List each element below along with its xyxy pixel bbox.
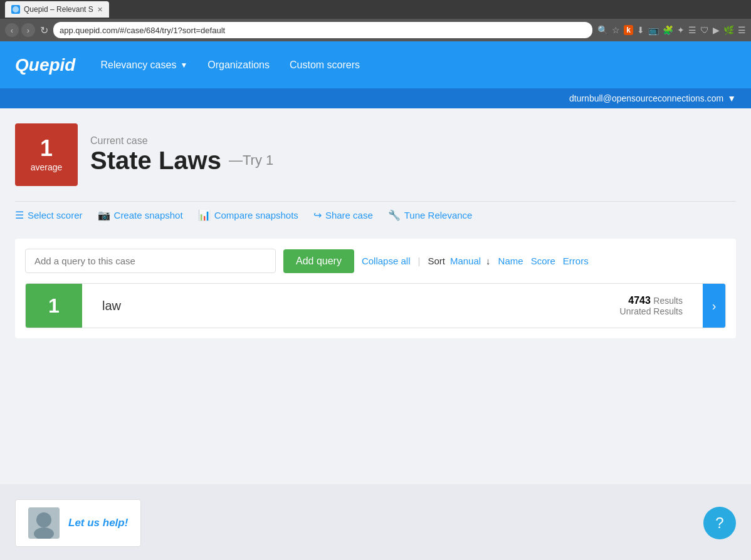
controls-separator: | xyxy=(418,256,420,266)
case-info: Current case State Laws —Try 1 xyxy=(90,135,273,175)
app-header: Quepid Relevancy cases ▼ Organizations C… xyxy=(0,41,751,88)
user-email[interactable]: dturnbull@opensourceconnections.com ▼ xyxy=(569,93,736,103)
case-header: 1 average Current case State Laws —Try 1 xyxy=(15,123,736,186)
chart-icon: 📊 xyxy=(198,209,211,221)
browser-address-bar: ‹ › ↻ 🔍 ☆ k ⬇ 📺 🧩 ✦ ☰ 🛡 ▶ 🌿 ☰ xyxy=(0,19,751,41)
extension-icon-puzzle[interactable]: 🧩 xyxy=(663,25,673,35)
create-snapshot-action[interactable]: 📷 Create snapshot xyxy=(98,209,183,221)
extension-icon-cast[interactable]: 📺 xyxy=(648,25,659,35)
results-label: Results xyxy=(653,296,683,306)
results-count: 4743 Results xyxy=(620,295,683,306)
action-bar: ☰ Select scorer 📷 Create snapshot 📊 Comp… xyxy=(15,201,736,229)
user-dropdown-arrow: ▼ xyxy=(727,93,736,103)
main-content: 1 average Current case State Laws —Try 1… xyxy=(0,108,751,484)
help-avatar xyxy=(28,507,60,539)
tab-title: Quepid – Relevant S xyxy=(24,5,93,14)
app-logo: Quepid xyxy=(15,55,75,75)
tab-close-button[interactable]: ✕ xyxy=(97,6,103,14)
add-query-input[interactable] xyxy=(25,249,276,273)
query-expand-button[interactable]: › xyxy=(703,284,725,328)
query-controls: Collapse all | Sort Manual ↓ Name Score … xyxy=(362,256,589,266)
menu-icon[interactable]: ☰ xyxy=(738,25,746,35)
sort-by-score[interactable]: Score xyxy=(531,256,555,266)
sort-by-name[interactable]: Name xyxy=(498,256,523,266)
sort-by-errors[interactable]: Errors xyxy=(563,256,589,266)
extension-icon-box[interactable]: ☰ xyxy=(688,25,696,35)
sort-manual[interactable]: Manual xyxy=(450,256,481,266)
tune-relevance-action[interactable]: 🔧 Tune Relevance xyxy=(388,209,473,221)
select-scorer-icon: ☰ xyxy=(15,209,24,221)
svg-point-2 xyxy=(36,512,51,527)
chat-bubble-button[interactable]: ? xyxy=(703,507,736,539)
extension-icon-leaf[interactable]: 🌿 xyxy=(723,25,734,35)
wrench-icon: 🔧 xyxy=(388,209,401,221)
share-case-action[interactable]: ↪ Share case xyxy=(313,209,373,221)
chat-icon: ? xyxy=(715,514,723,532)
query-score-number: 1 xyxy=(48,294,60,318)
sort-label: Sort xyxy=(428,256,445,266)
help-text: Let us help! xyxy=(68,517,128,529)
address-input[interactable] xyxy=(53,22,592,38)
extension-icon-k[interactable]: k xyxy=(624,25,633,35)
main-nav: Relevancy cases ▼ Organizations Custom s… xyxy=(100,60,360,71)
case-title: State Laws —Try 1 xyxy=(90,147,273,175)
sort-controls: Sort Manual ↓ xyxy=(428,256,490,266)
browser-tab[interactable]: Quepid – Relevant S ✕ xyxy=(5,1,109,18)
back-button[interactable]: ‹ xyxy=(5,23,19,37)
camera-icon: 📷 xyxy=(98,209,110,221)
current-case-label: Current case xyxy=(90,135,273,147)
case-score-number: 1 xyxy=(40,137,53,160)
extension-icon-star[interactable]: ✦ xyxy=(677,25,685,35)
share-icon: ↪ xyxy=(313,209,322,221)
query-score-badge: 1 xyxy=(26,284,82,328)
add-query-button[interactable]: Add query xyxy=(283,249,354,273)
case-try-label: —Try 1 xyxy=(229,152,273,169)
query-results: 4743 Results Unrated Results xyxy=(610,285,693,326)
unrated-label: Unrated Results xyxy=(620,306,683,316)
help-section: Let us help! ? xyxy=(0,484,751,560)
compare-snapshots-action[interactable]: 📊 Compare snapshots xyxy=(198,209,298,221)
nav-custom-scorers[interactable]: Custom scorers xyxy=(290,60,360,71)
case-score-label: average xyxy=(31,162,63,172)
collapse-all-button[interactable]: Collapse all xyxy=(362,256,411,266)
sort-direction-icon[interactable]: ↓ xyxy=(486,256,491,266)
browser-toolbar-icons: 🔍 ☆ k ⬇ 📺 🧩 ✦ ☰ 🛡 ▶ 🌿 ☰ xyxy=(597,25,746,35)
extension-icon-shield[interactable]: 🛡 xyxy=(700,25,709,35)
query-list: 1 law 4743 Results Unrated Results › xyxy=(25,283,726,328)
user-bar: dturnbull@opensourceconnections.com ▼ xyxy=(0,88,751,108)
query-row: 1 law 4743 Results Unrated Results › xyxy=(25,283,726,328)
select-scorer-action[interactable]: ☰ Select scorer xyxy=(15,209,83,221)
svg-point-0 xyxy=(13,6,19,13)
extension-icon-play[interactable]: ▶ xyxy=(713,25,720,35)
reload-button[interactable]: ↻ xyxy=(40,24,48,36)
forward-button[interactable]: › xyxy=(21,23,35,37)
browser-nav-arrows: ‹ › xyxy=(5,23,35,37)
tab-favicon xyxy=(11,5,20,14)
nav-organizations[interactable]: Organizations xyxy=(207,60,270,71)
search-icon: 🔍 xyxy=(597,25,608,35)
case-score-badge: 1 average xyxy=(15,123,78,186)
bookmark-icon[interactable]: ☆ xyxy=(612,25,620,35)
extension-icon-pocket[interactable]: ⬇ xyxy=(637,25,644,35)
help-widget[interactable]: Let us help! xyxy=(15,499,141,547)
query-section: Add query Collapse all | Sort Manual ↓ N… xyxy=(15,239,736,338)
relevancy-cases-dropdown-arrow: ▼ xyxy=(180,61,187,70)
browser-titlebar: Quepid – Relevant S ✕ xyxy=(0,0,751,19)
nav-relevancy-cases[interactable]: Relevancy cases ▼ xyxy=(100,60,187,71)
query-name[interactable]: law xyxy=(92,289,600,323)
query-bar: Add query Collapse all | Sort Manual ↓ N… xyxy=(25,249,726,273)
